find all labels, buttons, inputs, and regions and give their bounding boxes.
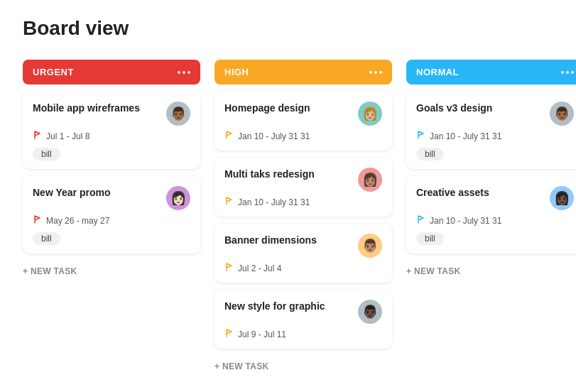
- card-tag: bill: [416, 148, 444, 160]
- column-normal: NORMALGoals v3 design👨🏾 Jan 10 - July 31…: [406, 60, 576, 279]
- card-title: Multi taks redesign: [224, 168, 358, 180]
- board: URGENTMobile app wireframes👨🏾 Jul 1 - Ju…: [23, 60, 553, 374]
- new-task-button-urgent[interactable]: + NEW TASK: [23, 263, 77, 279]
- task-card[interactable]: Multi taks redesign👩🏽 Jan 10 - July 31 3…: [214, 158, 392, 217]
- avatar: 👨🏿: [358, 300, 382, 324]
- card-date-row: Jan 10 - July 31 31: [416, 130, 574, 142]
- task-card[interactable]: Banner dimensions👨🏽 Jul 2 - Jul 4: [214, 224, 392, 283]
- card-date-text: Jul 2 - Jul 4: [238, 263, 281, 273]
- column-high: HIGHHomepage design👩🏼 Jan 10 - July 31 3…: [214, 60, 392, 374]
- column-title-high: HIGH: [224, 67, 249, 77]
- card-date-text: Jan 10 - July 31 31: [238, 131, 310, 141]
- task-card[interactable]: Creative assets👩🏿 Jan 10 - July 31 31bil…: [406, 176, 576, 254]
- avatar: 👩🏿: [550, 186, 574, 210]
- card-date-text: Jan 10 - July 31 31: [430, 131, 501, 141]
- new-task-button-high[interactable]: + NEW TASK: [214, 359, 268, 374]
- flag-icon: [416, 130, 426, 142]
- task-card[interactable]: New style for graphic👨🏿 Jul 9 - Jul 11: [214, 290, 392, 349]
- column-header-high: HIGH: [214, 60, 392, 85]
- flag-icon: [33, 130, 43, 142]
- flag-icon: [224, 328, 234, 340]
- card-title: Homepage design: [224, 102, 358, 114]
- column-urgent: URGENTMobile app wireframes👨🏾 Jul 1 - Ju…: [23, 60, 200, 279]
- column-header-urgent: URGENT: [23, 60, 200, 85]
- avatar: 👩🏼: [358, 102, 382, 126]
- flag-icon: [33, 214, 43, 227]
- card-date-text: Jul 1 - Jul 8: [46, 131, 89, 141]
- card-date-row: Jul 2 - Jul 4: [224, 262, 382, 274]
- new-task-button-normal[interactable]: + NEW TASK: [406, 263, 460, 279]
- card-title: Banner dimensions: [224, 234, 358, 246]
- avatar: 👩🏻: [166, 186, 190, 210]
- card-date-text: Jan 10 - July 31 31: [238, 197, 310, 207]
- column-menu-normal[interactable]: [561, 71, 574, 74]
- task-card[interactable]: Homepage design👩🏼 Jan 10 - July 31 31: [214, 92, 392, 151]
- card-date-text: Jul 9 - Jul 11: [238, 330, 286, 339]
- avatar: 👨🏽: [358, 234, 382, 258]
- card-date-row: Jan 10 - July 31 31: [224, 196, 382, 208]
- column-menu-high[interactable]: [369, 71, 382, 74]
- card-title: Creative assets: [416, 186, 550, 199]
- card-tag: bill: [33, 232, 60, 245]
- card-date-text: May 26 - may 27: [46, 216, 109, 226]
- page-title: Board view: [23, 17, 553, 40]
- column-title-normal: NORMAL: [416, 67, 459, 77]
- card-date-row: May 26 - may 27: [33, 214, 190, 227]
- avatar: 👨🏾: [166, 102, 190, 126]
- flag-icon: [224, 196, 234, 208]
- task-card[interactable]: New Year promo👩🏻 May 26 - may 27bill: [23, 176, 200, 254]
- card-date-row: Jan 10 - July 31 31: [224, 130, 382, 142]
- card-date-row: Jul 9 - Jul 11: [224, 328, 382, 340]
- card-title: New style for graphic: [224, 300, 358, 312]
- card-title: New Year promo: [33, 186, 166, 199]
- column-title-urgent: URGENT: [33, 67, 74, 77]
- task-card[interactable]: Goals v3 design👨🏾 Jan 10 - July 31 31bil…: [406, 92, 576, 169]
- card-title: Mobile app wireframes: [33, 102, 166, 114]
- flag-icon: [224, 262, 234, 274]
- flag-icon: [416, 214, 426, 227]
- avatar: 👩🏽: [358, 168, 382, 192]
- avatar: 👨🏾: [550, 102, 574, 126]
- column-header-normal: NORMAL: [406, 60, 576, 85]
- flag-icon: [224, 130, 234, 142]
- column-menu-urgent[interactable]: [178, 71, 190, 74]
- card-date-text: Jan 10 - July 31 31: [430, 216, 501, 226]
- card-tag: bill: [416, 232, 444, 245]
- card-tag: bill: [33, 148, 60, 160]
- card-title: Goals v3 design: [416, 102, 550, 114]
- task-card[interactable]: Mobile app wireframes👨🏾 Jul 1 - Jul 8bil…: [23, 92, 200, 169]
- card-date-row: Jan 10 - July 31 31: [416, 214, 574, 227]
- card-date-row: Jul 1 - Jul 8: [33, 130, 190, 142]
